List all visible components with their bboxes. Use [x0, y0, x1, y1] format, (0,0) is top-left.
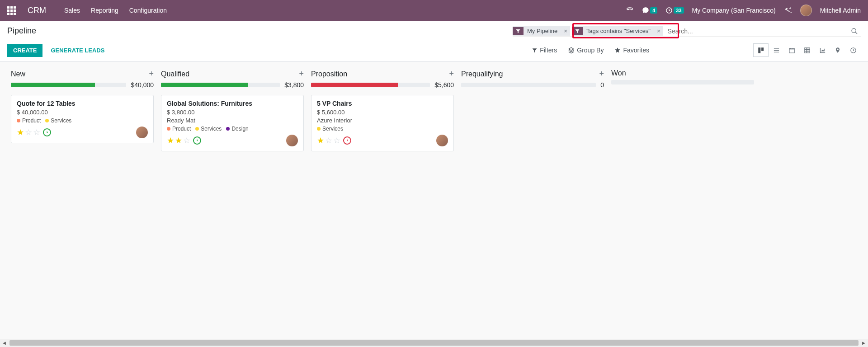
voip-icon[interactable]: [626, 6, 634, 14]
column-add-icon[interactable]: +: [299, 69, 304, 79]
filter-icon: [513, 27, 524, 35]
nav-reporting[interactable]: Reporting: [91, 7, 118, 14]
priority-stars[interactable]: ★☆☆: [17, 127, 51, 137]
view-switcher: [753, 43, 861, 57]
activities-badge: 33: [674, 7, 684, 14]
column-title[interactable]: Won: [611, 69, 626, 77]
column-total: $3,800: [284, 81, 304, 89]
column-progress-bar[interactable]: [461, 83, 596, 87]
svg-rect-4: [789, 48, 794, 53]
generate-leads-button[interactable]: GENERATE LEADS: [45, 44, 110, 57]
column-title[interactable]: Proposition: [311, 70, 347, 78]
tag[interactable]: Services: [45, 117, 71, 124]
list-view-btn[interactable]: [769, 43, 784, 57]
kanban-card[interactable]: Global Solutions: Furnitures$ 3,800.00Re…: [161, 95, 304, 151]
card-title: Quote for 12 Tables: [17, 100, 148, 107]
svg-rect-2: [758, 47, 760, 53]
map-view-btn[interactable]: [830, 43, 845, 57]
svg-rect-3: [761, 47, 764, 51]
column-title[interactable]: Qualified: [161, 70, 189, 78]
star-icon[interactable]: ☆: [183, 136, 190, 145]
favorites-menu[interactable]: Favorites: [614, 47, 649, 54]
star-icon[interactable]: ★: [17, 127, 24, 137]
kanban-view-btn[interactable]: [753, 43, 769, 57]
user-avatar[interactable]: [800, 5, 812, 16]
column-add-icon[interactable]: +: [149, 69, 154, 79]
tag[interactable]: Services: [317, 126, 343, 132]
column-total: $5,600: [434, 81, 454, 89]
column-title[interactable]: Prequalifying: [461, 70, 503, 78]
card-subtitle: Azure Interior: [317, 117, 448, 124]
tag[interactable]: Services: [195, 126, 222, 132]
card-title: 5 VP Chairs: [317, 100, 448, 107]
svg-point-1: [852, 28, 856, 33]
column-total: $40,000: [131, 81, 154, 89]
apps-icon[interactable]: [7, 6, 16, 15]
star-icon[interactable]: ★: [175, 136, 182, 145]
column-total: 0: [600, 81, 604, 89]
star-icon[interactable]: ★: [317, 136, 324, 145]
kanban-card[interactable]: 5 VP Chairs$ 5,600.00Azure InteriorServi…: [311, 95, 454, 151]
assignee-avatar[interactable]: [286, 135, 298, 146]
filters-menu[interactable]: Filters: [532, 47, 557, 54]
tag[interactable]: Product: [167, 126, 191, 132]
facet-remove[interactable]: ×: [654, 28, 663, 34]
column-add-icon[interactable]: +: [599, 69, 604, 79]
search-bar[interactable]: My Pipeline × Tags contains "Services" ×: [513, 26, 861, 37]
column-progress-bar[interactable]: [161, 83, 280, 87]
facet-tags-services[interactable]: Tags contains "Services" ×: [572, 26, 663, 36]
app-brand[interactable]: CRM: [28, 6, 46, 15]
nav-sales[interactable]: Sales: [64, 7, 80, 14]
messages-icon[interactable]: 4: [642, 7, 657, 14]
company-switcher[interactable]: My Company (San Francisco): [692, 7, 776, 14]
tag[interactable]: Design: [226, 126, 248, 132]
column-title[interactable]: New: [11, 70, 25, 78]
activity-icon[interactable]: [43, 128, 51, 136]
facet-my-pipeline[interactable]: My Pipeline ×: [513, 26, 570, 36]
main-navbar: CRM Sales Reporting Configuration 4 33 M…: [0, 0, 868, 21]
nav-configuration[interactable]: Configuration: [129, 7, 167, 14]
priority-stars[interactable]: ★★☆: [167, 136, 201, 145]
page-title: Pipeline: [7, 26, 36, 36]
pivot-view-btn[interactable]: [799, 43, 815, 57]
debug-icon[interactable]: [784, 6, 792, 14]
column-progress-bar[interactable]: [11, 83, 126, 87]
column-add-icon[interactable]: +: [449, 69, 454, 79]
activity-icon[interactable]: [343, 136, 351, 145]
priority-stars[interactable]: ★☆☆: [317, 136, 351, 145]
facet-label: Tags contains "Services": [583, 26, 654, 36]
star-icon[interactable]: ☆: [325, 136, 332, 145]
activity-icon[interactable]: [193, 136, 201, 145]
kanban-card[interactable]: Quote for 12 Tables$ 40,000.00ProductSer…: [11, 95, 154, 143]
filter-icon: [572, 27, 583, 35]
create-button[interactable]: CREATE: [7, 44, 42, 57]
graph-view-btn[interactable]: [815, 43, 830, 57]
kanban-column: Prequalifying+0: [458, 68, 608, 156]
kanban-column: New+$40,000Quote for 12 Tables$ 40,000.0…: [7, 68, 157, 156]
star-icon[interactable]: ☆: [25, 127, 32, 137]
groupby-menu[interactable]: Group By: [568, 47, 604, 54]
calendar-view-btn[interactable]: [784, 43, 799, 57]
card-tags: Services: [317, 126, 448, 132]
facet-remove[interactable]: ×: [561, 28, 570, 34]
star-icon[interactable]: ☆: [33, 127, 40, 137]
star-icon[interactable]: ☆: [333, 136, 340, 145]
activity-view-btn[interactable]: [845, 43, 861, 57]
column-progress-bar[interactable]: [611, 80, 754, 84]
card-tags: ProductServicesDesign: [167, 126, 298, 132]
column-progress-bar[interactable]: [311, 83, 430, 87]
kanban-column: Won: [608, 68, 758, 156]
activities-icon[interactable]: 33: [665, 7, 684, 14]
tag[interactable]: Product: [17, 117, 41, 124]
user-name[interactable]: Mitchell Admin: [820, 7, 861, 14]
kanban-column: Qualified+$3,800Global Solutions: Furnit…: [157, 68, 307, 156]
assignee-avatar[interactable]: [436, 135, 448, 146]
nav-menu: Sales Reporting Configuration: [64, 7, 167, 14]
card-amount: $ 40,000.00: [17, 109, 148, 116]
search-input[interactable]: [663, 28, 717, 35]
assignee-avatar[interactable]: [136, 127, 148, 138]
star-icon[interactable]: ★: [167, 136, 174, 145]
svg-rect-5: [804, 47, 809, 52]
card-title: Global Solutions: Furnitures: [167, 100, 298, 107]
search-icon[interactable]: [848, 28, 861, 35]
